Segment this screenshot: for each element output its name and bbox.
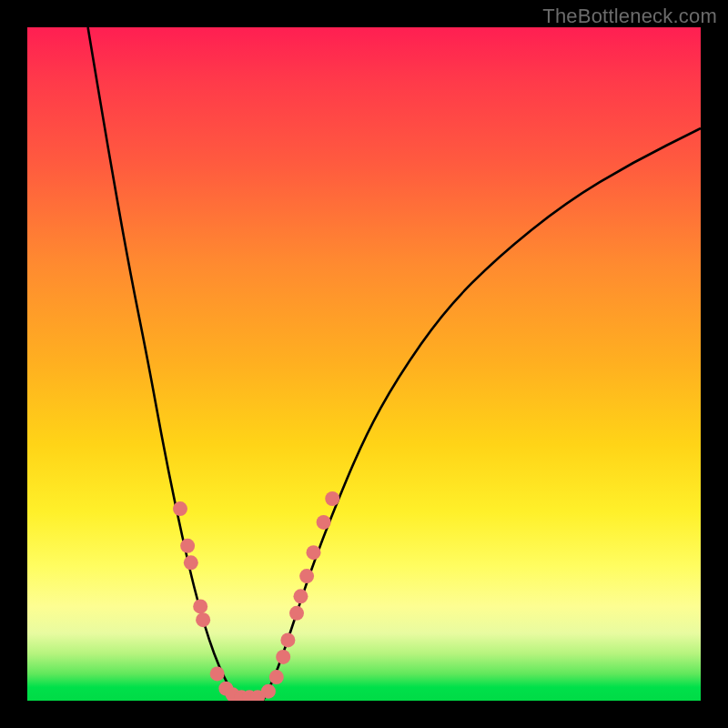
data-marker: [180, 539, 195, 553]
data-marker: [280, 632, 295, 647]
data-marker: [276, 650, 290, 664]
data-marker: [210, 666, 225, 681]
bottleneck-curve-left-arm: [88, 27, 237, 701]
data-marker: [196, 612, 210, 627]
watermark-text: TheBottleneck.com: [542, 5, 717, 28]
data-marker: [269, 670, 284, 684]
data-marker: [289, 606, 304, 621]
curve-overlay: [27, 27, 701, 701]
data-marker: [173, 501, 187, 516]
data-marker: [299, 569, 314, 583]
data-marker: [317, 515, 331, 530]
data-marker: [293, 589, 308, 603]
data-marker: [184, 555, 198, 570]
data-marker: [193, 599, 207, 613]
plot-area: [27, 27, 701, 701]
data-marker: [325, 491, 339, 506]
data-marker: [261, 684, 276, 699]
data-marker: [307, 545, 321, 560]
bottleneck-curve-right-arm: [263, 128, 701, 701]
chart-frame: TheBottleneck.com: [0, 0, 728, 728]
